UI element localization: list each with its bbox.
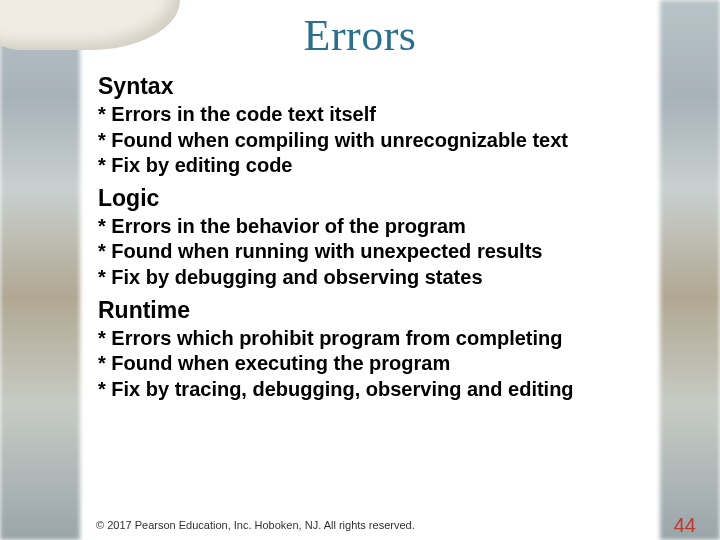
section-bullets-syntax: * Errors in the code text itself * Found…	[98, 102, 630, 179]
bullet: * Found when running with unexpected res…	[98, 239, 630, 265]
section-bullets-runtime: * Errors which prohibit program from com…	[98, 326, 630, 403]
bullet: * Errors which prohibit program from com…	[98, 326, 630, 352]
bullet: * Found when compiling with unrecognizab…	[98, 128, 630, 154]
bullet: * Fix by tracing, debugging, observing a…	[98, 377, 630, 403]
section-bullets-logic: * Errors in the behavior of the program …	[98, 214, 630, 291]
bullet: * Fix by editing code	[98, 153, 630, 179]
section-heading-syntax: Syntax	[98, 73, 630, 100]
copyright-text: © 2017 Pearson Education, Inc. Hoboken, …	[96, 519, 415, 531]
bullet: * Found when executing the program	[98, 351, 630, 377]
slide-title: Errors	[0, 10, 720, 61]
page-number: 44	[674, 514, 696, 537]
bullet: * Fix by debugging and observing states	[98, 265, 630, 291]
slide-footer: © 2017 Pearson Education, Inc. Hoboken, …	[0, 510, 720, 540]
section-heading-runtime: Runtime	[98, 297, 630, 324]
bullet: * Errors in the behavior of the program	[98, 214, 630, 240]
bullet: * Errors in the code text itself	[98, 102, 630, 128]
slide-content: Syntax * Errors in the code text itself …	[92, 69, 638, 540]
section-heading-logic: Logic	[98, 185, 630, 212]
slide: Errors Syntax * Errors in the code text …	[0, 0, 720, 540]
